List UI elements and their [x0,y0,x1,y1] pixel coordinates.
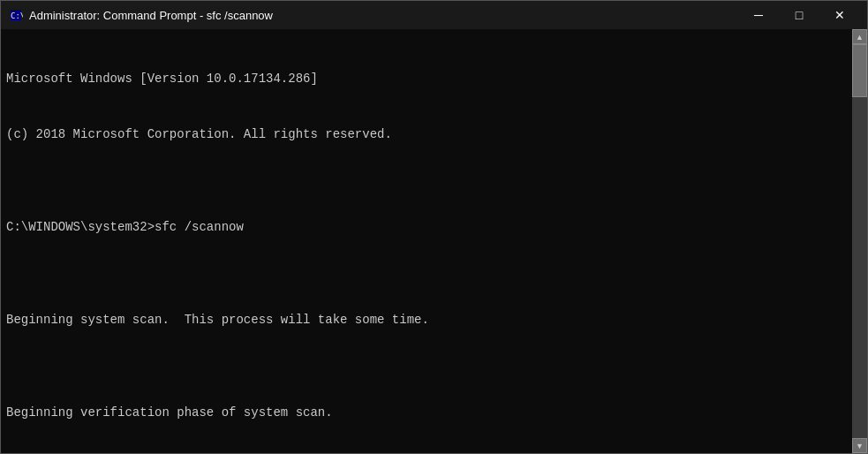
scrollbar-track[interactable] [852,44,867,438]
close-button[interactable]: ✕ [819,1,860,29]
title-bar-text: Administrator: Command Prompt - sfc /sca… [29,9,738,22]
title-bar: C:\ Administrator: Command Prompt - sfc … [1,1,867,29]
svg-text:C:\: C:\ [11,11,23,20]
minimize-button[interactable]: ─ [738,1,779,29]
scrollbar-thumb[interactable] [852,44,867,97]
scroll-down-button[interactable]: ▼ [852,438,867,453]
console-line-8: Beginning verification phase of system s… [6,404,847,422]
console-line-2: (c) 2018 Microsoft Corporation. All righ… [6,125,847,144]
cmd-icon: C:\ [8,7,24,23]
console-line-1: Microsoft Windows [Version 10.0.17134.28… [6,70,847,88]
maximize-button[interactable]: □ [779,1,819,29]
title-bar-controls: ─ □ ✕ [738,1,860,29]
console-line-4: C:\WINDOWS\system32>sfc /scannow [6,218,847,237]
scrollbar[interactable]: ▲ ▼ [852,29,867,453]
window: C:\ Administrator: Command Prompt - sfc … [0,0,868,454]
scroll-up-button[interactable]: ▲ [852,29,867,44]
console-body: Microsoft Windows [Version 10.0.17134.28… [1,29,867,453]
console-content[interactable]: Microsoft Windows [Version 10.0.17134.28… [1,29,852,453]
console-line-6: Beginning system scan. This process will… [6,311,847,329]
